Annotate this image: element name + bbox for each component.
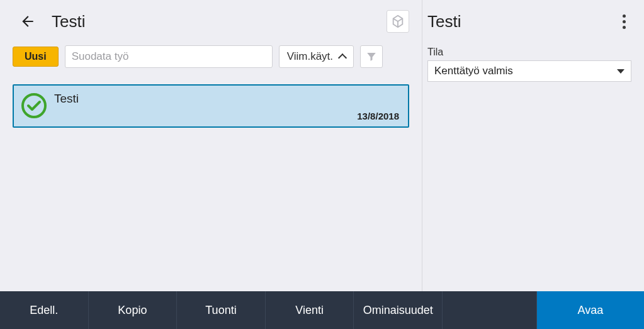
- funnel-icon: [366, 51, 377, 62]
- job-list: Testi 13/8/2018: [13, 84, 409, 128]
- status-select[interactable]: Kenttätyö valmis: [427, 60, 631, 82]
- more-button[interactable]: [616, 14, 631, 29]
- dot-icon: [623, 20, 626, 23]
- bottom-bar: Edell. Kopio Tuonti Vienti Ominaisuudet …: [0, 291, 644, 329]
- header-row: Testi: [13, 8, 409, 35]
- list-item[interactable]: Testi 13/8/2018: [13, 84, 409, 128]
- detail-title: Testi: [427, 12, 616, 31]
- copy-button[interactable]: Kopio: [89, 291, 178, 329]
- page-title: Testi: [52, 12, 85, 31]
- check-circle-icon: [20, 92, 48, 120]
- right-panel: Testi Tila Kenttätyö valmis: [422, 0, 644, 291]
- status-value: Kenttätyö valmis: [434, 65, 513, 77]
- status-label: Tila: [427, 47, 631, 58]
- dot-icon: [623, 26, 626, 29]
- cube-icon: [391, 14, 405, 28]
- import-button[interactable]: Tuonti: [177, 291, 266, 329]
- bottom-spacer: [443, 291, 537, 329]
- dot-icon: [623, 14, 626, 18]
- job-title: Testi: [54, 92, 399, 106]
- filter-button[interactable]: [360, 45, 383, 68]
- chevron-down-icon: [617, 69, 624, 74]
- svg-point-0: [23, 94, 45, 117]
- job-date: 13/8/2018: [54, 111, 399, 121]
- toolbar: Uusi Viim.käyt.: [13, 45, 409, 68]
- sort-button[interactable]: Viim.käyt.: [279, 45, 354, 68]
- sort-label: Viim.käyt.: [287, 50, 333, 63]
- prev-button[interactable]: Edell.: [0, 291, 89, 329]
- arrow-left-icon: [20, 13, 36, 30]
- open-button[interactable]: Avaa: [537, 291, 644, 329]
- detail-header: Testi: [427, 8, 631, 35]
- chevron-up-icon: [338, 53, 347, 62]
- left-panel: Testi Uusi Viim.käyt.: [0, 0, 422, 291]
- back-button[interactable]: [13, 13, 43, 30]
- new-button[interactable]: Uusi: [13, 47, 59, 67]
- sync-button[interactable]: [387, 10, 409, 33]
- properties-button[interactable]: Ominaisuudet: [354, 291, 443, 329]
- filter-input[interactable]: [65, 45, 273, 68]
- export-button[interactable]: Vienti: [266, 291, 354, 329]
